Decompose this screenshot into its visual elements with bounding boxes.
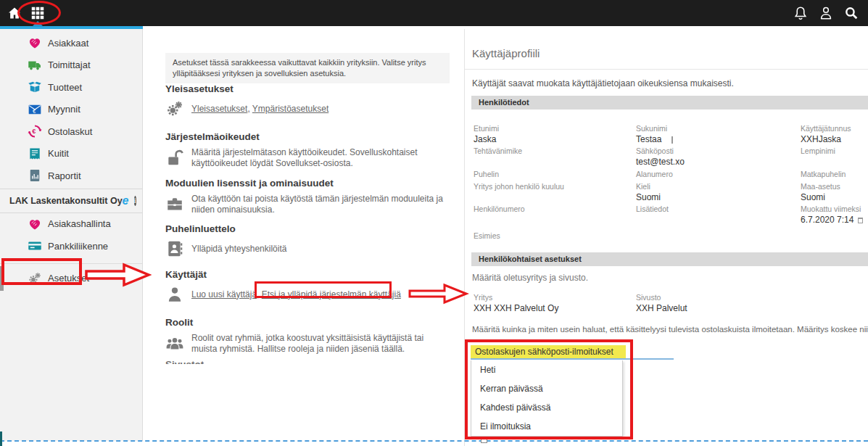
- company-name: LAK Laskentakonsultit Oy: [9, 196, 123, 206]
- field-value[interactable]: Suomi: [801, 192, 868, 202]
- link-luo-uusi-kayttaja[interactable]: Luo uusi käyttäjä: [191, 289, 257, 300]
- section-text: Ota käyttöön tai poista käytöstä tämän j…: [191, 194, 450, 215]
- section-heading: Moduulien lisenssit ja ominaisuudet: [165, 178, 455, 189]
- section-puhelinluettelo: PuhelinluetteloYlläpidä yhteyshenkilöitä: [165, 223, 455, 258]
- refresh-euro-icon: [28, 124, 42, 139]
- sidebar-item-asiakkaat[interactable]: Asiakkaat: [0, 32, 142, 54]
- sidebar-item-pankkiliikenne[interactable]: Pankkiliikenne: [0, 235, 142, 257]
- field-matkapuhelin: Matkapuhelin: [801, 170, 868, 178]
- info-icon[interactable]: i: [134, 196, 137, 206]
- field-value[interactable]: XXHJaska: [801, 134, 868, 144]
- gears-icon: [165, 99, 184, 118]
- sidebar-item-asetukset[interactable]: Asetukset: [0, 264, 142, 293]
- sidebar-item-ostolaskut[interactable]: Ostolaskut: [0, 120, 142, 143]
- heart-hands-icon: [28, 36, 42, 50]
- field-label: Alanumero: [636, 170, 799, 178]
- truck-icon: [28, 58, 42, 73]
- dropdown-focus-underline: [471, 358, 674, 360]
- sidebar-item-label: Asetukset: [48, 273, 89, 284]
- notifications-bell-icon[interactable]: [793, 5, 809, 21]
- field-maa-asetus: Maa-asetusSuomi: [801, 182, 868, 202]
- section-roolit: RoolitRoolit ovat ryhmiä, jotka koostuva…: [165, 317, 455, 355]
- field-muokattu-viimeksi: Muokattu viimeksi6.7.2020 7:14: [801, 205, 868, 225]
- section-row: Ylläpidä yhteyshenkilöitä: [165, 239, 455, 258]
- sidebar-item-asiakashallinta[interactable]: Asiakashallinta: [0, 213, 142, 236]
- report-icon: [28, 168, 42, 183]
- sidebar-item-tuotteet[interactable]: Tuotteet: [0, 76, 142, 99]
- sidebar-item-toimittajat[interactable]: Toimittajat: [0, 54, 142, 77]
- receipt-icon: [28, 146, 42, 161]
- sidebar-company-row[interactable]: LAK Laskentakonsultit Oy e i: [0, 189, 142, 213]
- sidebar-item-label: Kuitit: [48, 148, 69, 159]
- link-etsi-ja-yllapida-jarjestelman-kayttajia[interactable]: Etsi ja ylläpidä järjestelmän käyttäjiä: [262, 289, 401, 300]
- sidebar-item-label: Asiakkaat: [48, 38, 88, 49]
- field-label: Yritys johon henkilö kuuluu: [474, 182, 637, 191]
- sidebar: AsiakkaatToimittajatTuotteetMyynnitOstol…: [0, 29, 143, 441]
- sidebar-item-kuitit[interactable]: Kuitit: [0, 143, 142, 165]
- sidebar-item-label: Myynnit: [48, 104, 80, 115]
- notifications-description: Määritä kuinka ja miten usein haluat, et…: [472, 325, 868, 334]
- field-value[interactable]: test@test.xo: [636, 157, 799, 167]
- field-label: Henkilönumero: [474, 205, 637, 213]
- field-lisatiedot: Lisätiedot: [636, 205, 799, 213]
- section-heading: Käyttäjät: [165, 269, 455, 280]
- field-value[interactable]: Jaska: [474, 134, 637, 144]
- field-sivusto: SivustoXXH Palvelut: [636, 293, 799, 313]
- clipped-section-heading: Sivustot: [165, 359, 204, 364]
- field-label: Etunimi: [474, 124, 637, 133]
- sidebar-item-label: Tuotteet: [48, 82, 82, 93]
- field-value[interactable]: Suomi: [636, 192, 799, 202]
- profile-intro: Käyttäjät saavat muokata käyttäjätietoja…: [472, 78, 734, 88]
- home-icon[interactable]: [7, 6, 22, 20]
- section-header-personal-info: Henkilötiedot: [471, 96, 868, 110]
- title-divider: [465, 69, 868, 70]
- search-icon[interactable]: [843, 5, 859, 21]
- field-puhelin: Puhelin: [474, 170, 637, 178]
- edge-tick-mark: [0, 431, 2, 446]
- apps-grid-icon[interactable]: [30, 5, 46, 21]
- notifications-dropdown-label[interactable]: Ostolaskujen sähköposti-ilmoitukset: [471, 345, 626, 358]
- dropdown-option-ei-ilmoituksia[interactable]: Ei ilmoituksia: [471, 417, 622, 436]
- user-profile-panel: Käyttäjäprofiili Käyttäjät saavat muokat…: [464, 29, 868, 446]
- section-jarjestelmaoikeudet: JärjestelmäoikeudetMääritä järjestelmäta…: [165, 131, 455, 169]
- dropdown-option-kerran-paivassa[interactable]: Kerran päivässä: [471, 379, 622, 398]
- section-text: Luo uusi käyttäjä, Etsi ja ylläpidä järj…: [191, 289, 401, 300]
- field-henkilonumero: Henkilönumero: [474, 205, 637, 213]
- field-label: Kieli: [636, 182, 799, 191]
- text-cursor: [671, 136, 673, 144]
- person-icon: [165, 285, 184, 304]
- field-label: Yritys: [474, 293, 637, 302]
- briefcase-icon: [165, 195, 184, 214]
- sidebar-nav-top: AsiakkaatToimittajatTuotteetMyynnitOstol…: [0, 29, 142, 187]
- sidebar-nav-bottom: AsiakashallintaPankkiliikenneAsetukset: [0, 213, 142, 293]
- field-kieli: KieliSuomi: [636, 182, 799, 202]
- sidebar-item-label: Raportit: [48, 170, 81, 181]
- dropdown-option-heti[interactable]: Heti: [471, 360, 622, 379]
- field-value[interactable]: XXH Palvelut: [636, 303, 799, 313]
- field-etunimi: EtunimiJaska: [474, 124, 637, 144]
- field-sukunimi: SukunimiTestaa: [636, 124, 799, 144]
- heart-hands-icon: [28, 217, 42, 231]
- field-alanumero: Alanumero: [636, 170, 799, 178]
- link-ymparistoasetukset[interactable]: Ympäristöasetukset: [252, 104, 328, 114]
- section-row: Yleisasetukset, Ympäristöasetukset: [165, 99, 455, 118]
- contact-book-icon: [165, 239, 184, 258]
- dropdown-option-kahdesti-paivassa[interactable]: Kahdesti päivässä: [471, 398, 622, 417]
- field-value[interactable]: XXH XXH Palvelut Oy: [474, 303, 637, 313]
- section-text: Roolit ovat ryhmiä, jotka koostuvat yksi…: [191, 333, 450, 355]
- settings-notice: Asetukset tässä sarakkeessa vaikuttavat …: [165, 53, 450, 83]
- sidebar-item-label: Asiakashallinta: [48, 218, 111, 229]
- gears-icon: [28, 271, 42, 286]
- link-yleisasetukset[interactable]: Yleisasetukset: [191, 104, 247, 114]
- field-label: Lempinimi: [801, 146, 868, 155]
- account-user-icon[interactable]: [818, 5, 834, 21]
- field-value[interactable]: 6.7.2020 7:14: [801, 215, 868, 225]
- envelope-euro-icon: [28, 102, 42, 117]
- calendar-icon[interactable]: [858, 218, 863, 223]
- field-value[interactable]: Testaa: [636, 134, 799, 144]
- section-row: Ota käyttöön tai poista käytöstä tämän j…: [165, 194, 455, 215]
- selection-marquee-handle[interactable]: [481, 437, 487, 443]
- sidebar-item-myynnit[interactable]: Myynnit: [0, 99, 142, 121]
- sidebar-item-raportit[interactable]: Raportit: [0, 165, 142, 187]
- people-icon: [165, 334, 184, 353]
